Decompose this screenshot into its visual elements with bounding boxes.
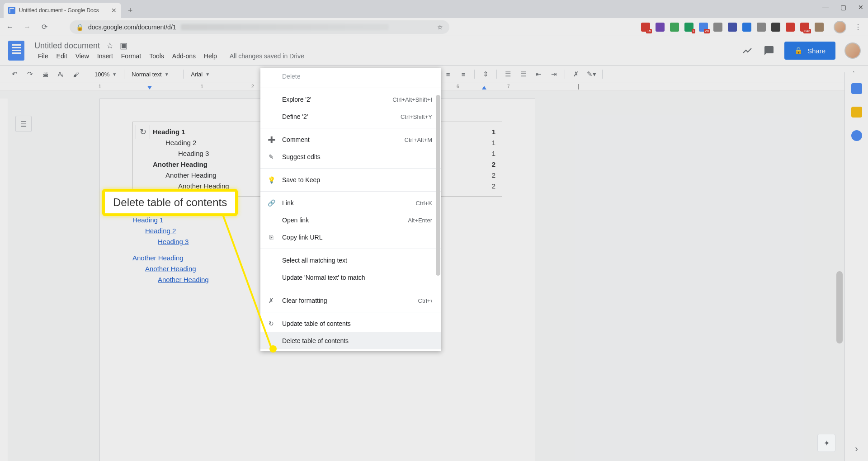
decrease-indent-button[interactable]: ⇤ xyxy=(532,68,545,80)
menu-file[interactable]: File xyxy=(34,52,52,61)
share-button[interactable]: 🔒 Share xyxy=(784,42,835,60)
extension-icons: 1512d242 xyxy=(641,23,827,32)
context-menu-item[interactable]: Open linkAlt+Enter xyxy=(260,212,441,229)
extension-5-icon[interactable]: 2d xyxy=(699,23,708,32)
increase-indent-button[interactable]: ⇥ xyxy=(547,68,560,80)
context-menu-item[interactable]: ↻Update table of contents xyxy=(260,315,441,332)
lock-icon: 🔒 xyxy=(76,24,84,31)
font-select[interactable]: Arial▼ xyxy=(188,71,233,78)
extension-4-icon[interactable]: 1 xyxy=(684,23,693,32)
tab-title: Untitled document - Google Docs xyxy=(19,7,108,14)
menu-edit[interactable]: Edit xyxy=(53,52,71,61)
scrollbar-thumb[interactable] xyxy=(836,271,843,343)
extension-9-icon[interactable] xyxy=(757,23,766,32)
numbered-list-button[interactable]: ☰ xyxy=(501,68,514,80)
menu-help[interactable]: Help xyxy=(200,52,221,61)
paint-format-button[interactable]: 🖌 xyxy=(70,68,82,80)
back-button[interactable]: ← xyxy=(5,22,15,33)
context-menu-item[interactable]: 💡Save to Keep xyxy=(260,171,441,188)
extension-7-icon[interactable] xyxy=(728,23,737,32)
zoom-select[interactable]: 100%▼ xyxy=(92,71,119,78)
move-to-folder-icon[interactable]: ▣ xyxy=(120,41,127,51)
context-menu-item[interactable]: Select all matching text xyxy=(260,252,441,269)
docs-logo[interactable] xyxy=(7,42,25,60)
context-menu-item[interactable]: ✗Clear formattingCtrl+\ xyxy=(260,292,441,309)
extension-13-icon[interactable] xyxy=(815,23,824,32)
context-menu-item[interactable]: Explore '2'Ctrl+Alt+Shift+I xyxy=(260,91,441,108)
menu-item-icon: ✗ xyxy=(267,297,276,304)
print-button[interactable]: 🖶 xyxy=(39,68,52,80)
activity-icon[interactable] xyxy=(741,44,754,57)
extension-1-icon[interactable]: 15 xyxy=(641,23,650,32)
new-tab-button[interactable]: + xyxy=(124,4,137,17)
margin-marker[interactable] xyxy=(578,84,579,89)
context-menu-item[interactable]: Delete table of contents xyxy=(260,332,441,349)
extension-3-icon[interactable] xyxy=(670,23,679,32)
tab-close-icon[interactable]: ✕ xyxy=(111,7,117,14)
context-menu-item[interactable]: Update 'Normal text' to match xyxy=(260,269,441,286)
bulleted-list-button[interactable]: ☰ xyxy=(517,68,529,80)
star-icon[interactable]: ☆ xyxy=(106,41,113,51)
undo-button[interactable]: ↶ xyxy=(8,68,21,80)
editing-mode-button[interactable]: ✎▾ xyxy=(585,68,598,80)
context-menu-item[interactable]: ⎘Copy link URL xyxy=(260,229,441,246)
heading-link[interactable]: Another Heading xyxy=(158,276,209,283)
menu-view[interactable]: View xyxy=(72,52,93,61)
tasks-app-icon[interactable] xyxy=(851,130,862,141)
address-bar[interactable]: 🔒 docs.google.com/document/d/1 ☆ xyxy=(70,20,449,34)
menu-insert[interactable]: Insert xyxy=(94,52,117,61)
indent-marker[interactable] xyxy=(147,86,152,89)
browser-tab[interactable]: Untitled document - Google Docs ✕ xyxy=(4,3,121,18)
heading-link[interactable]: Another Heading xyxy=(132,254,184,262)
redo-button[interactable]: ↷ xyxy=(24,68,36,80)
browser-profile-avatar[interactable] xyxy=(834,21,846,33)
heading-link[interactable]: Heading 3 xyxy=(158,238,189,245)
side-panel-expand-button[interactable]: › xyxy=(855,443,858,454)
heading-link[interactable]: Heading 1 xyxy=(132,216,163,224)
spellcheck-button[interactable]: Aᵢ xyxy=(54,68,67,80)
align-center-button[interactable]: ≡ xyxy=(442,68,454,80)
forward-button[interactable]: → xyxy=(22,22,33,33)
context-menu-item[interactable]: ✎Suggest edits xyxy=(260,148,441,165)
menu-add-ons[interactable]: Add-ons xyxy=(169,52,199,61)
side-panel: › xyxy=(844,72,868,461)
calendar-app-icon[interactable] xyxy=(851,83,862,94)
extension-2-icon[interactable] xyxy=(656,23,665,32)
menu-format[interactable]: Format xyxy=(118,52,145,61)
align-right-button[interactable]: ≡ xyxy=(457,68,470,80)
document-title[interactable]: Untitled document xyxy=(34,41,100,51)
browser-menu-button[interactable]: ⋮ xyxy=(853,22,863,33)
heading-link[interactable]: Heading 2 xyxy=(145,227,176,235)
keep-app-icon[interactable] xyxy=(851,107,862,118)
minimize-button[interactable]: — xyxy=(822,4,829,11)
style-select[interactable]: Normal text▼ xyxy=(129,71,179,78)
right-indent-marker[interactable] xyxy=(482,86,486,89)
reload-button[interactable]: ⟳ xyxy=(39,22,50,33)
explore-button[interactable]: ✦ xyxy=(817,434,835,452)
window-controls: — ▢ ✕ xyxy=(822,4,863,11)
docs-favicon xyxy=(8,7,15,14)
extension-12-icon[interactable]: 242 xyxy=(800,23,809,32)
comments-icon[interactable] xyxy=(763,44,775,57)
extension-11-icon[interactable] xyxy=(786,23,795,32)
vertical-ruler[interactable] xyxy=(0,99,8,461)
saved-status[interactable]: All changes saved in Drive xyxy=(230,52,304,61)
refresh-toc-button[interactable]: ↻ xyxy=(136,125,150,139)
context-menu: DeleteExplore '2'Ctrl+Alt+Shift+IDefine … xyxy=(260,68,441,351)
close-window-button[interactable]: ✕ xyxy=(858,4,863,11)
extension-10-icon[interactable] xyxy=(771,23,780,32)
context-menu-item: Delete xyxy=(260,68,441,85)
context-menu-item[interactable]: 🔗LinkCtrl+K xyxy=(260,194,441,212)
star-bookmark-icon[interactable]: ☆ xyxy=(437,24,443,31)
clear-formatting-button[interactable]: ✗ xyxy=(570,68,582,80)
context-menu-item[interactable]: ➕CommentCtrl+Alt+M xyxy=(260,131,441,148)
outline-toggle-button[interactable]: ☰ xyxy=(15,116,32,132)
account-avatar[interactable] xyxy=(844,42,861,59)
line-spacing-button[interactable]: ⇕ xyxy=(479,68,492,80)
maximize-button[interactable]: ▢ xyxy=(840,4,846,11)
menu-tools[interactable]: Tools xyxy=(146,52,168,61)
context-menu-item[interactable]: Define '2'Ctrl+Shift+Y xyxy=(260,108,441,125)
extension-6-icon[interactable] xyxy=(713,23,722,32)
heading-link[interactable]: Another Heading xyxy=(145,265,196,273)
extension-8-icon[interactable] xyxy=(742,23,751,32)
